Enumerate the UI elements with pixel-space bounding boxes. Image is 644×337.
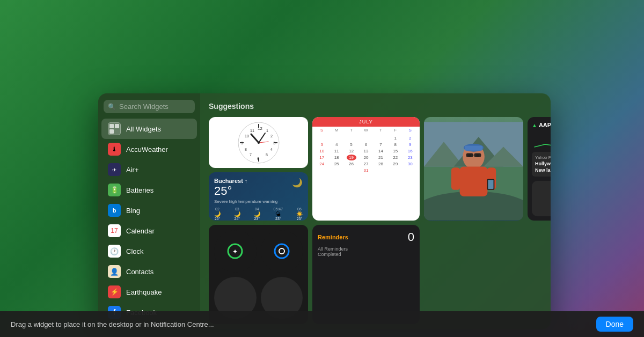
sidebar-label-batteries: Batteries <box>126 186 153 194</box>
day-f: F <box>391 128 400 133</box>
suggestions-grid: 12 3 6 9 1 2 4 5 11 10 8 7 <box>209 117 542 324</box>
bottom-bar: Drag a widget to place it on the desktop… <box>0 311 644 337</box>
calendar-dates: - - - - - 1 2 3 4 5 6 7 8 <box>312 134 420 175</box>
grid-icon <box>108 122 121 135</box>
airplus-icon: ✈ <box>108 163 121 176</box>
weather-temp: 25° <box>214 184 247 198</box>
clock-widget[interactable]: 12 3 6 9 1 2 4 5 11 10 8 7 <box>209 117 308 168</box>
svg-rect-30 <box>460 166 488 196</box>
day-s2: S <box>405 128 415 133</box>
svg-point-43 <box>279 248 284 254</box>
day-w: W <box>361 128 371 133</box>
sidebar-label-clock: Clock <box>126 247 144 255</box>
calendar-month: JULY <box>317 119 415 124</box>
widget-panel: 🔍 All Widgets 🌡 AccuWeather <box>98 93 551 329</box>
sidebar-label-bing: Bing <box>126 207 140 215</box>
sidebar: 🔍 All Widgets 🌡 AccuWeather <box>98 93 200 329</box>
batteries-icon: 🔋 <box>108 184 121 196</box>
sidebar-label-airplus: Air+ <box>126 166 138 174</box>
content-area: Suggestions 12 3 6 9 1 <box>200 93 551 329</box>
day-t2: T <box>376 128 385 133</box>
calendar-widget[interactable]: JULY S M T W T F S - - - - <box>312 117 420 221</box>
scroll-ring <box>274 243 290 259</box>
weather-desc: Severe high temperature warning <box>214 199 303 204</box>
sidebar-item-all-widgets[interactable]: All Widgets <box>101 119 197 139</box>
day-t1: T <box>347 128 356 133</box>
svg-text:11: 11 <box>250 129 254 133</box>
sidebar-item-batteries[interactable]: 🔋 Batteries <box>101 180 197 200</box>
sidebar-item-clock[interactable]: 🕐 Clock <box>101 241 197 261</box>
bluetooth-ring: ✦ <box>227 243 243 259</box>
reminders-title: Reminders <box>318 234 348 240</box>
svg-text:2: 2 <box>270 134 273 138</box>
calendar-icon: 17 <box>108 224 121 237</box>
svg-text:✦: ✦ <box>232 248 238 255</box>
stocks-chart <box>532 131 551 150</box>
sidebar-item-airplus[interactable]: ✈ Air+ <box>101 159 197 180</box>
day-s: S <box>317 128 327 133</box>
photo-widget[interactable] <box>424 117 523 221</box>
calendar-days-row: S M T W T F S <box>312 127 420 134</box>
bing-icon: b <box>108 204 121 217</box>
search-bar[interactable]: 🔍 <box>104 100 195 113</box>
svg-text:5: 5 <box>266 153 268 157</box>
sidebar-label-earthquake: Earthquake <box>126 288 162 296</box>
svg-text:4: 4 <box>270 148 273 151</box>
watch-circles: ✦ <box>209 225 308 324</box>
stocks-ticker: AAPL <box>539 122 551 128</box>
suggestions-title: Suggestions <box>209 102 254 111</box>
svg-text:3: 3 <box>273 141 276 145</box>
sidebar-label-all-widgets: All Widgets <box>126 125 161 133</box>
watch-widget[interactable]: ✦ <box>209 225 308 324</box>
calendar-header: JULY <box>312 117 420 127</box>
sidebar-item-accuweather[interactable]: 🌡 AccuWeather <box>101 139 197 159</box>
sidebar-label-accuweather: AccuWeather <box>126 145 168 153</box>
sidebar-list: All Widgets 🌡 AccuWeather ✈ Air+ 🔋 Batte… <box>98 119 200 323</box>
clock-icon: 🕐 <box>108 245 121 258</box>
bottom-hint: Drag a widget to place it on the desktop… <box>11 320 214 328</box>
svg-rect-36 <box>451 167 460 190</box>
svg-point-42 <box>275 244 289 258</box>
clock-svg: 12 3 6 9 1 2 4 5 11 10 8 7 <box>237 121 280 164</box>
svg-text:7: 7 <box>250 153 252 157</box>
photo-svg <box>424 118 523 220</box>
svg-text:1: 1 <box>266 129 268 133</box>
day-m: M <box>332 128 341 133</box>
sidebar-item-contacts[interactable]: 👤 Contacts <box>101 261 197 282</box>
sidebar-item-earthquake[interactable]: ⚡ Earthquake <box>101 282 197 302</box>
stocks-widget[interactable]: ▲ AAPL 193.99 Yahoo Finance Vid... Holly… <box>528 117 551 221</box>
earthquake-icon: ⚡ <box>108 285 121 298</box>
weather-widget[interactable]: Bucharest ↑ 25° 🌙 Severe high temperatur… <box>209 172 308 221</box>
svg-text:9: 9 <box>241 141 244 145</box>
weather-city: Bucharest ↑ <box>214 178 247 184</box>
search-input[interactable] <box>119 102 191 111</box>
suggestions-header: Suggestions <box>209 102 542 111</box>
reminders-count: 0 <box>408 230 414 244</box>
svg-rect-39 <box>488 180 493 189</box>
svg-text:12: 12 <box>258 126 262 131</box>
reminders-widget[interactable]: Reminders 0 All Reminders Completed <box>312 225 420 324</box>
svg-text:8: 8 <box>245 148 247 151</box>
svg-rect-33 <box>466 153 473 157</box>
svg-text:6: 6 <box>257 156 260 161</box>
done-button[interactable]: Done <box>596 317 633 332</box>
svg-rect-34 <box>474 153 481 157</box>
sidebar-item-bing[interactable]: b Bing <box>101 200 197 221</box>
sidebar-item-calendar[interactable]: 17 Calendar <box>101 221 197 241</box>
contacts-icon: 👤 <box>108 265 121 278</box>
sidebar-label-contacts: Contacts <box>126 268 153 276</box>
svg-rect-29 <box>465 145 482 150</box>
svg-point-20 <box>258 142 260 144</box>
sidebar-label-calendar: Calendar <box>126 227 155 235</box>
svg-text:10: 10 <box>245 134 249 138</box>
accuweather-icon: 🌡 <box>108 143 121 156</box>
search-icon: 🔍 <box>108 103 116 111</box>
